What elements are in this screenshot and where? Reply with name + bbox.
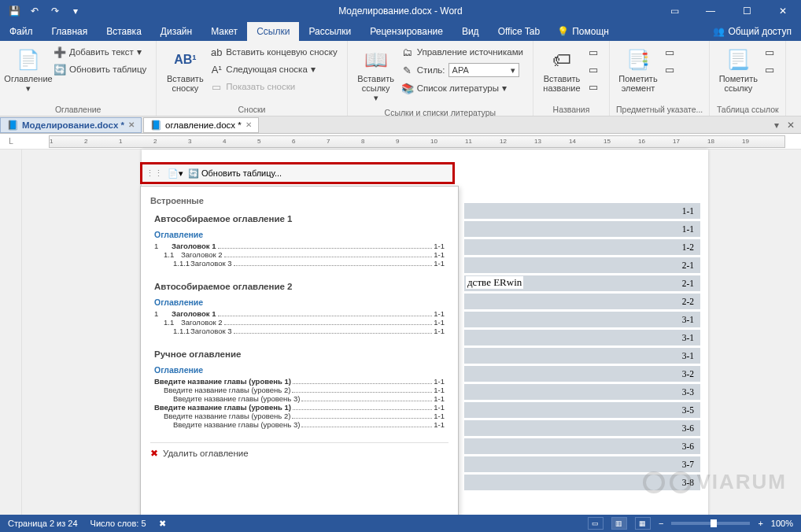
gallery-item-auto2[interactable]: Автособираемое оглавление 2 Оглавление 1…	[150, 276, 448, 344]
toc-options-button[interactable]: 📄▾	[168, 168, 183, 179]
qat-customize-icon[interactable]: ▾	[69, 5, 82, 17]
toc-line: 3-5	[464, 402, 700, 418]
toc-line: 3-8	[464, 475, 700, 490]
style-icon: ✎	[401, 64, 414, 76]
group-toc: 📄 Оглавление▾ ➕Добавить текст▾ 🔄Обновить…	[0, 41, 157, 116]
erwin-text: дстве ERwin	[466, 276, 523, 289]
gallery-toc-row: Введите название главы (уровень 2)1-1	[154, 386, 445, 394]
show-notes-button[interactable]: ▭Показать сноски	[207, 79, 340, 94]
tab-view[interactable]: Вид	[452, 22, 489, 41]
next-footnote-button[interactable]: A¹Следующая сноска▾	[207, 61, 340, 77]
manage-sources-button[interactable]: 🗂Управление источниками	[398, 44, 526, 60]
toc-line: 1-1	[464, 221, 700, 237]
toc-line: 3-2	[464, 366, 700, 382]
tab-options[interactable]: ▾ ✕	[774, 120, 801, 131]
close-tab-icon[interactable]: ✕	[245, 120, 252, 129]
toc-field-handle[interactable]: ⋮⋮ 📄▾ 🔄 Обновить таблицу...	[140, 162, 455, 184]
quick-access-toolbar: 💾 ↶ ↷ ▾	[0, 5, 82, 17]
remove-icon: ✖	[150, 448, 158, 459]
gallery-item-auto1[interactable]: Автособираемое оглавление 1 Оглавление 1…	[150, 209, 448, 276]
toa-opt1[interactable]: ▭	[760, 44, 779, 60]
index-opt2[interactable]: ▭	[660, 61, 679, 77]
add-text-icon: ➕	[54, 46, 66, 58]
insert-footnote-button[interactable]: AB¹ Вставить сноску	[163, 44, 207, 96]
tab-layout[interactable]: Макет	[201, 22, 247, 41]
caption-opt2[interactable]: ▭	[584, 61, 603, 77]
insert-caption-button[interactable]: 🏷 Вставить название	[540, 44, 584, 96]
toc-button[interactable]: 📄 Оглавление▾	[6, 44, 50, 97]
toa-opt2[interactable]: ▭	[760, 61, 779, 77]
redo-icon[interactable]: ↷	[49, 5, 61, 17]
doctab-modelirovanie[interactable]: 📘Моделирование.docx *✕	[0, 117, 142, 133]
tab-officetab[interactable]: Office Tab	[489, 22, 550, 41]
toc-line: 3-1	[464, 348, 700, 364]
save-icon[interactable]: 💾	[8, 5, 20, 17]
index-opt1[interactable]: ▭	[660, 44, 679, 60]
status-words[interactable]: Число слов: 5	[90, 519, 146, 528]
gallery-item-manual[interactable]: Ручное оглавление Оглавление Введите наз…	[150, 344, 448, 438]
zoom-out-button[interactable]: −	[659, 519, 663, 528]
update-table-button[interactable]: 🔄Обновить таблицу	[50, 61, 149, 77]
footnote-icon: AB¹	[172, 47, 197, 72]
tab-design[interactable]: Дизайн	[151, 22, 201, 41]
mark-entry-button[interactable]: 📑 Пометить элемент	[616, 44, 660, 96]
insert-endnote-button[interactable]: abВставить концевую сноску	[207, 44, 340, 60]
drag-handle-icon[interactable]: ⋮⋮	[146, 168, 163, 179]
citation-icon: 📖	[364, 47, 389, 72]
zoom-level[interactable]: 100%	[771, 519, 793, 528]
zoom-slider[interactable]	[671, 522, 750, 525]
status-spellcheck-icon[interactable]: ✖	[159, 519, 166, 529]
view-web-button[interactable]: ▦	[635, 517, 651, 530]
close-button[interactable]: ✕	[765, 0, 801, 22]
group-citations: 📖 Вставить ссылку▾ 🗂Управление источника…	[348, 41, 533, 116]
vertical-ruler[interactable]	[5, 150, 22, 518]
gallery-toc-row: 1.1Заголовок 21-1	[154, 318, 445, 327]
tab-home[interactable]: Главная	[42, 22, 98, 41]
gallery-toc-row: 1Заголовок 11-1	[154, 242, 445, 250]
add-text-button[interactable]: ➕Добавить текст▾	[50, 44, 149, 60]
share-button[interactable]: 👥Общий доступ	[703, 22, 801, 41]
toc-line: 3-3	[464, 384, 700, 400]
tab-selector[interactable]: L	[0, 137, 22, 146]
insert-citation-button[interactable]: 📖 Вставить ссылку▾	[354, 44, 398, 106]
gallery-remove-toc[interactable]: ✖ Удалить оглавление	[150, 442, 448, 459]
ribbon-options-button[interactable]: ▭	[656, 0, 692, 22]
bulb-icon: 💡	[557, 26, 569, 37]
ribbon: 📄 Оглавление▾ ➕Добавить текст▾ 🔄Обновить…	[0, 41, 801, 116]
close-tab-icon[interactable]: ✕	[128, 120, 135, 129]
status-page[interactable]: Страница 2 из 24	[8, 519, 78, 528]
toc-update-button[interactable]: 🔄 Обновить таблицу...	[188, 168, 282, 179]
tab-insert[interactable]: Вставка	[97, 22, 151, 41]
undo-icon[interactable]: ↶	[28, 5, 41, 17]
view-read-button[interactable]: ▭	[588, 517, 604, 530]
group-footnotes: AB¹ Вставить сноску abВставить концевую …	[157, 41, 347, 116]
status-bar: Страница 2 из 24 Число слов: 5 ✖ ▭ ▥ ▦ −…	[0, 515, 801, 532]
style-select[interactable]: ✎Стиль:APA▾	[398, 61, 526, 79]
gallery-toc-row: 1.1Заголовок 21-1	[154, 250, 445, 259]
word-doc-icon: 📘	[7, 120, 18, 131]
maximize-button[interactable]: ☐	[729, 0, 765, 22]
title-bar: 💾 ↶ ↷ ▾ Моделирование.docx - Word ▭ — ☐ …	[0, 0, 801, 22]
gallery-toc-row: 1.1.1Заголовок 31-1	[154, 327, 445, 335]
next-footnote-icon: A¹	[210, 63, 223, 76]
caption-opt3[interactable]: ▭	[584, 79, 603, 94]
gallery-section-builtin: Встроенные	[150, 196, 448, 205]
minimize-button[interactable]: —	[692, 0, 729, 22]
zoom-in-button[interactable]: +	[758, 519, 762, 528]
style-dropdown[interactable]: APA▾	[448, 63, 519, 77]
biblio-icon: 📚	[401, 82, 414, 94]
mark-citation-button[interactable]: 📃 Пометить ссылку	[716, 44, 760, 96]
show-notes-icon: ▭	[210, 80, 223, 93]
tab-review[interactable]: Рецензирование	[360, 22, 452, 41]
bibliography-button[interactable]: 📚Список литературы▾	[398, 80, 526, 96]
doctab-oglavlenie[interactable]: 📘оглавление.docx *✕	[143, 117, 259, 133]
tab-mailings[interactable]: Рассылки	[299, 22, 360, 41]
view-print-button[interactable]: ▥	[611, 517, 627, 530]
gallery-toc-row: Введите название главы (уровень 3)1-1	[154, 394, 445, 403]
tab-file[interactable]: Файл	[0, 22, 42, 41]
tab-references[interactable]: Ссылки	[247, 22, 299, 41]
horizontal-ruler[interactable]: 1212345678910111213141516171819	[49, 135, 785, 148]
mark-entry-icon: 📑	[626, 47, 651, 72]
tell-me[interactable]: 💡Помощн	[549, 22, 617, 41]
caption-opt1[interactable]: ▭	[584, 44, 603, 60]
